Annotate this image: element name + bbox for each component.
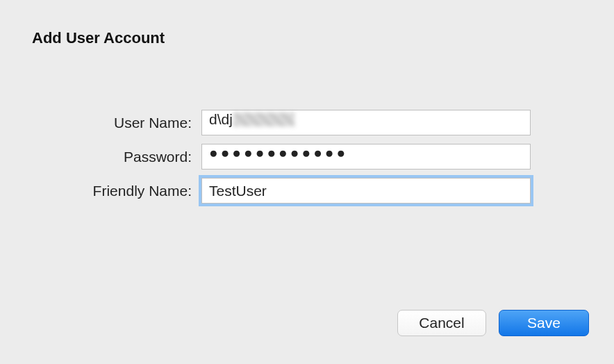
save-button[interactable]: Save xyxy=(499,310,589,336)
dialog-button-row: Cancel Save xyxy=(397,310,589,336)
username-visible-text: d\dj xyxy=(209,111,233,127)
password-input[interactable]: ●●●●●●●●●●●● xyxy=(201,144,531,169)
friendly-name-input[interactable] xyxy=(201,178,531,204)
username-row: User Name: d\dj xyxy=(29,110,585,135)
friendly-name-row: Friendly Name: xyxy=(29,178,585,204)
add-user-account-dialog: Add User Account User Name: d\dj Passwor… xyxy=(0,0,614,364)
friendly-name-label: Friendly Name: xyxy=(29,183,201,199)
password-row: Password: ●●●●●●●●●●●● xyxy=(29,144,585,169)
username-redacted xyxy=(233,113,294,126)
cancel-button[interactable]: Cancel xyxy=(397,310,486,336)
password-label: Password: xyxy=(29,149,201,165)
dialog-title: Add User Account xyxy=(32,29,585,47)
username-label: User Name: xyxy=(29,115,201,131)
username-input[interactable]: d\dj xyxy=(201,110,531,135)
